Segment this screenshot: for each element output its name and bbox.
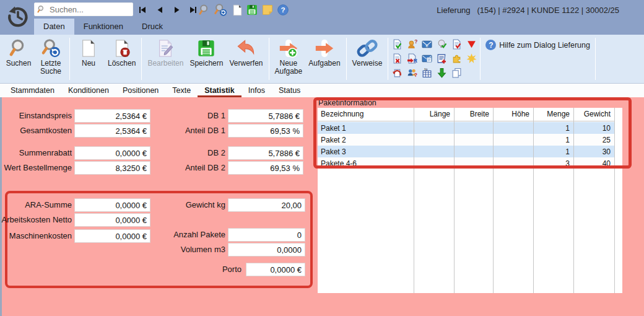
letzte-suche-button[interactable]: LetzteSuche <box>35 36 67 77</box>
group-links: Verweise <box>347 35 388 83</box>
db1-field[interactable] <box>228 109 303 123</box>
neu-button[interactable]: Neu <box>72 36 105 69</box>
svg-text:e: e <box>425 43 428 48</box>
next-record-button[interactable] <box>171 4 183 15</box>
document-undo-icon[interactable] <box>389 66 404 80</box>
table-row[interactable]: Paket 1 1 10 <box>318 122 614 134</box>
document-add-icon[interactable] <box>434 51 449 66</box>
loeschen-button[interactable]: Löschen <box>105 36 139 69</box>
tab-stammdaten[interactable]: Stammdaten <box>4 84 61 97</box>
paketinformation-title: Paketinformation <box>318 99 376 107</box>
column-header-gewicht[interactable]: Gewicht <box>573 108 614 121</box>
tab-status[interactable]: Status <box>272 84 307 97</box>
db2-field[interactable] <box>228 146 303 160</box>
volumen-field[interactable] <box>228 243 305 257</box>
einstandspreis-label: Einstandspreis <box>0 111 72 120</box>
wert-bestellmenge-field[interactable] <box>74 161 150 175</box>
download-icon[interactable] <box>434 66 449 80</box>
document-check-red-icon[interactable] <box>449 37 464 51</box>
group-divider <box>595 38 596 80</box>
table-row[interactable]: Paket 2 1 25 <box>318 134 614 146</box>
column-header-laenge[interactable]: Länge <box>414 108 454 121</box>
group-help: ? Hilfe zum Dialog Lieferung <box>481 35 595 83</box>
wert-bestellmenge-label: Wert Bestellmenge <box>0 163 72 172</box>
dialog-help-icon[interactable]: ? <box>485 40 496 50</box>
new-page-icon <box>78 38 99 59</box>
group-quick-actions: ? e R <box>388 35 480 83</box>
anzahl-pakete-field[interactable] <box>228 228 305 242</box>
users-question-icon[interactable]: ? <box>404 66 419 80</box>
anteil-db2-label: Anteil DB 2 <box>155 163 225 172</box>
ribbon-tab-druck[interactable]: Druck <box>133 19 172 35</box>
copy-icon[interactable] <box>449 66 464 80</box>
column-divider <box>614 108 615 293</box>
porto-field[interactable] <box>246 263 305 276</box>
help-icon[interactable]: ? <box>276 2 290 17</box>
verwerfen-button[interactable]: Verwerfen <box>226 36 266 69</box>
column-header-hoehe[interactable]: Höhe <box>493 108 533 121</box>
edit-page-icon <box>155 38 176 59</box>
repeat-search-icon[interactable] <box>213 2 228 17</box>
column-header-breite[interactable]: Breite <box>454 108 493 121</box>
table-row[interactable]: Paket 3 1 30 <box>318 146 614 158</box>
db1-label: DB 1 <box>155 111 225 120</box>
gesamtkosten-field[interactable] <box>74 124 150 138</box>
delete-page-icon <box>111 38 133 59</box>
svg-text:?: ? <box>414 39 417 45</box>
tab-konditionen[interactable]: Konditionen <box>61 84 116 97</box>
ara-summe-label: ARA-Summe <box>0 200 72 209</box>
sort-triangle-icon[interactable] <box>464 37 479 51</box>
ara-summe-field[interactable] <box>74 198 150 212</box>
anteil-db1-field[interactable] <box>228 124 303 138</box>
ribbon-toolbar: Suchen LetzteSuche <box>0 35 644 84</box>
email-icon[interactable]: e <box>419 37 434 51</box>
bearbeiten-button[interactable]: Bearbeiten <box>144 36 186 69</box>
maschinenkosten-field[interactable] <box>74 229 150 243</box>
dialog-help-link[interactable]: Hilfe zum Dialog Lieferung <box>499 40 590 50</box>
paket-table-header: Bezeichnung Länge Breite Höhe Menge Gewi… <box>318 108 614 121</box>
puzzle-icon[interactable] <box>449 51 464 66</box>
note-icon[interactable] <box>260 2 275 17</box>
column-divider <box>454 108 455 293</box>
new-document-icon[interactable] <box>230 2 245 17</box>
burst-icon[interactable] <box>464 51 479 66</box>
table-row[interactable]: Pakete 4-6 3 40 <box>318 157 614 169</box>
anteil-db2-field[interactable] <box>228 161 303 175</box>
tab-positionen[interactable]: Positionen <box>116 84 165 97</box>
arbeitskosten-field[interactable] <box>74 213 150 227</box>
column-header-menge[interactable]: Menge <box>533 108 573 121</box>
arbeitskosten-label: Arbeitskosten Netto <box>0 215 72 224</box>
suchen-button[interactable]: Suchen <box>2 36 35 69</box>
tab-statistik[interactable]: Statistik <box>198 84 242 97</box>
einstandspreis-field[interactable] <box>74 109 150 123</box>
history-icon[interactable] <box>5 4 31 30</box>
volumen-label: Volumen m3 <box>155 245 225 254</box>
column-header-bezeichnung[interactable]: Bezeichnung <box>318 108 414 121</box>
document-delete-icon[interactable] <box>389 51 404 66</box>
previous-record-button[interactable] <box>154 4 166 15</box>
search-input[interactable] <box>48 4 130 15</box>
ribbon-tab-funktionen[interactable]: Funktionen <box>74 19 133 35</box>
gewicht-label: Gewicht kg <box>155 200 225 209</box>
tab-texte[interactable]: Texte <box>165 84 198 97</box>
tab-infos[interactable]: Infos <box>242 84 272 97</box>
svg-text:?: ? <box>414 72 417 78</box>
svg-text:R: R <box>413 58 417 64</box>
idea-check-icon[interactable] <box>434 37 449 51</box>
verweise-button[interactable]: Verweise <box>349 36 386 69</box>
gesamtkosten-label: Gesamtkosten <box>0 126 72 135</box>
speichern-button[interactable]: Speichern <box>186 36 226 69</box>
gewicht-field[interactable] <box>228 198 305 212</box>
number-table-icon[interactable]: Nr <box>419 66 434 80</box>
ribbon-tab-daten[interactable]: Daten <box>34 19 74 35</box>
task-approved-icon[interactable] <box>389 37 404 51</box>
save-icon[interactable] <box>245 2 259 17</box>
contact-question-icon[interactable]: ? <box>404 37 419 51</box>
neue-aufgabe-button[interactable]: NeueAufgabe <box>272 36 306 77</box>
summenrabatt-field[interactable] <box>74 146 150 160</box>
quick-search-icon[interactable] <box>197 2 212 17</box>
document-r-icon[interactable]: R <box>404 51 419 66</box>
email-document-icon[interactable] <box>419 51 434 66</box>
aufgaben-button[interactable]: Aufgaben <box>305 36 343 69</box>
first-record-button[interactable] <box>136 4 149 15</box>
